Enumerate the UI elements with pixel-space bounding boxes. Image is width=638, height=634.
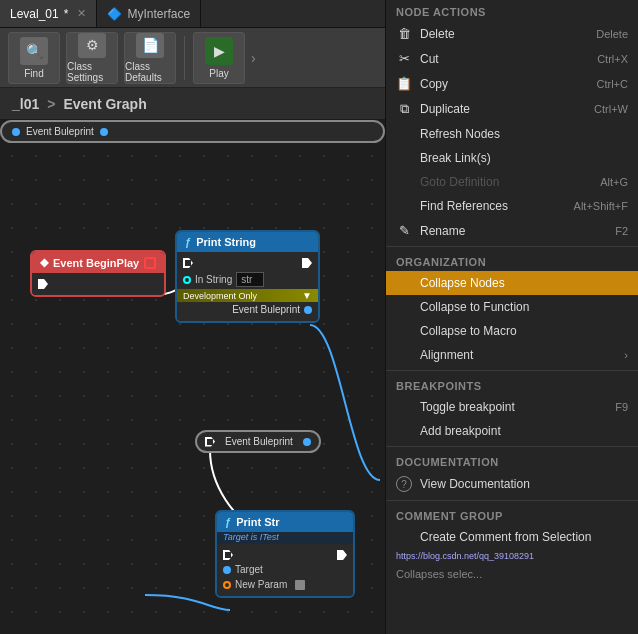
cm-copy[interactable]: 📋 Copy Ctrl+C [386,71,638,96]
exec-out-pin[interactable] [38,279,48,289]
bottom-hint: Collapses selec... [386,563,638,585]
dev-only-label: Development Only [183,291,257,301]
str2-exec-in[interactable] [223,550,233,560]
print-string-body: In String Development Only ▼ Event Bulep… [177,252,318,321]
tab-close-button[interactable]: ✕ [77,7,86,20]
cm-refresh-label: Refresh Nodes [420,127,500,141]
blueprint-canvas[interactable]: ◆ Event BeginPlay ƒ Print String In Stri… [0,120,385,634]
cm-collapse-macro[interactable]: Collapse to Macro [386,319,638,343]
cm-rename-shortcut: F2 [615,225,628,237]
cm-goto-def-shortcut: Alt+G [600,176,628,188]
cm-collapse-function[interactable]: Collapse to Function [386,295,638,319]
exec-in-event-bp[interactable] [205,437,215,447]
begin-play-out-pin [32,277,164,291]
view-docs-icon: ? [396,476,412,492]
cm-delete-label: Delete [420,27,455,41]
cm-toggle-breakpoint[interactable]: Toggle breakpoint F9 [386,395,638,419]
target-pin[interactable] [223,566,231,574]
divider-4 [386,500,638,501]
find-button[interactable]: 🔍 Find [8,32,60,84]
cut-icon: ✂ [396,51,412,66]
node-print-string[interactable]: ƒ Print String In String Development Onl… [175,230,320,323]
dev-only-badge: Development Only ▼ [177,289,318,302]
cm-view-documentation[interactable]: ? View Documentation [386,471,638,497]
toolbar-separator [184,36,185,80]
cm-add-breakpoint[interactable]: Add breakpoint [386,419,638,443]
section-organization: Organization [386,250,638,271]
cm-collapse-nodes[interactable]: Collapse Nodes [386,271,638,295]
cm-create-comment[interactable]: Create Comment from Selection [386,525,638,549]
tab-level01[interactable]: Leval_01 * ✕ [0,0,97,27]
exec-out-pin[interactable] [302,258,312,268]
cm-find-refs-shortcut: Alt+Shift+F [574,200,628,212]
class-settings-label: Class Settings [67,61,117,83]
class-defaults-button[interactable]: 📄 Class Defaults [124,32,176,84]
node-begin-play-header: ◆ Event BeginPlay [32,252,164,273]
in-string-pin[interactable] [183,276,191,284]
class-settings-button[interactable]: ⚙ Class Settings [66,32,118,84]
divider-2 [386,370,638,371]
dev-chevron-icon: ▼ [302,290,312,301]
node-event-buleprint-1[interactable]: Event Buleprint [195,430,321,453]
breadcrumb-root[interactable]: _l01 [12,96,39,112]
event-buleprint-pin-row: Event Buleprint [177,302,318,317]
begin-play-flag-icon [144,257,156,269]
event-buleprint-1-label: Event Buleprint [225,436,293,447]
tab-level01-label: Leval_01 [10,7,59,21]
cm-find-references[interactable]: Find References Alt+Shift+F [386,194,638,218]
cm-delete[interactable]: 🗑 Delete Delete [386,21,638,46]
cm-duplicate[interactable]: ⧉ Duplicate Ctrl+W [386,96,638,122]
cm-cut[interactable]: ✂ Cut Ctrl+X [386,46,638,71]
play-button[interactable]: ▶ Play [193,32,245,84]
tab-myinterface[interactable]: 🔷 MyInterface [97,0,201,27]
str2-exec-out[interactable] [337,550,347,560]
str2-exec-row [217,548,353,562]
exec-in-pin[interactable] [183,258,193,268]
str2-newparam-row: New Param [217,577,353,592]
cm-goto-def-label: Goto Definition [420,175,499,189]
begin-play-body [32,273,164,295]
begin-play-title: Event BeginPlay [53,257,139,269]
print-str2-func-icon: ƒ [225,516,231,528]
cm-refresh-nodes[interactable]: Refresh Nodes [386,122,638,146]
event-bp2-out-pin[interactable] [100,128,108,136]
delete-icon: 🗑 [396,26,412,41]
breadcrumb-current: Event Graph [63,96,146,112]
print-string-title: Print String [196,236,256,248]
toolbar-more-arrow[interactable]: › [251,50,256,66]
event-bp-row: Event Buleprint [197,432,319,451]
node-begin-play[interactable]: ◆ Event BeginPlay [30,250,166,297]
node-event-buleprint-2[interactable]: Event Buleprint [0,120,385,143]
node-print-str2[interactable]: ƒ Print Str Target is ITest Target New P… [215,510,355,598]
cm-rename[interactable]: ✎ Rename F2 [386,218,638,243]
divider-3 [386,446,638,447]
cm-break-links-label: Break Link(s) [420,151,491,165]
cm-find-refs-label: Find References [420,199,508,213]
play-icon: ▶ [205,37,233,65]
cm-rename-label: Rename [420,224,465,238]
cm-goto-definition: Goto Definition Alt+G [386,170,638,194]
cm-alignment[interactable]: Alignment › [386,343,638,367]
new-param-label: New Param [235,579,287,590]
event-buleprint-out-pin[interactable] [304,306,312,314]
cm-collapse-nodes-label: Collapse Nodes [420,276,505,290]
print-str2-body: Target New Param [217,544,353,596]
new-param-pin[interactable] [223,581,231,589]
cm-toggle-bp-label: Toggle breakpoint [420,400,515,414]
node-print-str2-header: ƒ Print Str [217,512,353,532]
bottom-hint-text: Collapses selec... [396,568,482,580]
begin-play-diamond-icon: ◆ [40,256,48,269]
in-string-input[interactable] [236,272,264,287]
play-label: Play [209,68,228,79]
str2-target-row: Target [217,562,353,577]
cm-collapse-function-label: Collapse to Function [420,300,529,314]
cm-delete-shortcut: Delete [596,28,628,40]
cm-break-links[interactable]: Break Link(s) [386,146,638,170]
event-buleprint-2-label: Event Buleprint [26,126,94,137]
print-str2-title: Print Str [236,516,279,528]
divider-1 [386,246,638,247]
event-bp-circle-pin[interactable] [303,438,311,446]
event-bp2-circle[interactable] [12,128,20,136]
new-param-box [295,580,305,590]
cm-alignment-label: Alignment [420,348,473,362]
